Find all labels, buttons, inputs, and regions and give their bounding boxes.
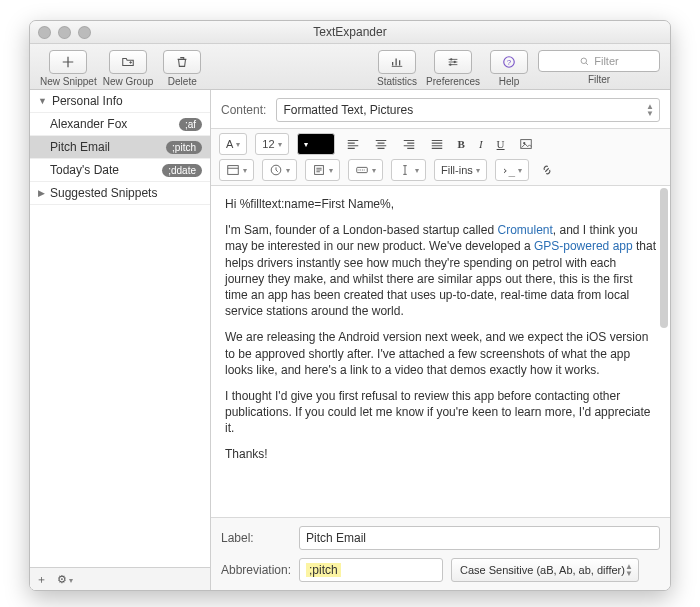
actions-menu[interactable]: ⚙ ▾ <box>57 573 73 586</box>
snippet-row-pitch-email[interactable]: Pitch Email ;pitch <box>30 136 210 159</box>
scrollbar[interactable] <box>660 188 668 328</box>
snippet-menu[interactable]: ▾ <box>305 159 340 181</box>
group-personal-info[interactable]: ▼ Personal Info <box>30 90 210 113</box>
font-size-select[interactable]: 12▾ <box>255 133 288 155</box>
snippet-label: Today's Date <box>50 163 119 177</box>
bottom-fields: Label: Pitch Email Abbreviation: ;pitch … <box>211 517 670 590</box>
link-cromulent[interactable]: Cromulent <box>497 223 552 237</box>
delete-button[interactable]: Delete <box>159 50 205 87</box>
body-text: , <box>391 197 394 211</box>
folder-plus-icon <box>121 55 135 69</box>
help-button[interactable]: ? Help <box>486 50 532 87</box>
trash-icon <box>175 55 189 69</box>
svg-rect-8 <box>228 166 239 175</box>
cursor-icon <box>398 163 412 177</box>
bold-button[interactable]: B <box>455 134 468 154</box>
preferences-label: Preferences <box>426 76 480 87</box>
clock-icon <box>269 163 283 177</box>
add-button[interactable]: ＋ <box>36 572 47 587</box>
plus-icon <box>61 55 75 69</box>
content-type-label: Content: <box>221 103 266 117</box>
group-label: Personal Info <box>52 94 123 108</box>
body-text: Hi <box>225 197 240 211</box>
filter-placeholder: Filter <box>594 55 618 67</box>
editor-scroll[interactable]: Hi %filltext:name=First Name%, I'm Sam, … <box>211 186 670 517</box>
label-field[interactable]: Pitch Email <box>299 526 660 550</box>
align-right-button[interactable] <box>399 134 419 154</box>
statistics-label: Statistics <box>377 76 417 87</box>
chart-icon <box>390 55 404 69</box>
titlebar: TextExpander <box>30 21 670 44</box>
snippet-editor[interactable]: Hi %filltext:name=First Name%, I'm Sam, … <box>211 186 670 483</box>
underline-button[interactable]: U <box>494 134 508 154</box>
link-gps-app[interactable]: GPS-powered app <box>534 239 633 253</box>
disclosure-triangle-icon: ▶ <box>38 188 45 198</box>
snippet-label: Alexander Fox <box>50 117 127 131</box>
preferences-button[interactable]: Preferences <box>426 50 480 87</box>
sliders-icon <box>446 55 460 69</box>
search-icon <box>579 56 590 67</box>
abbr-pill: ;pitch <box>166 141 202 154</box>
script-menu[interactable]: ›_▾ <box>495 159 529 181</box>
delete-label: Delete <box>168 76 197 87</box>
abbreviation-field-label: Abbreviation: <box>221 563 291 577</box>
filter-search[interactable]: Filter Filter <box>538 50 660 87</box>
insert-image-button[interactable] <box>516 134 536 154</box>
link-button[interactable] <box>537 160 557 180</box>
content-type-value: Formatted Text, Pictures <box>283 103 413 117</box>
window-title: TextExpander <box>30 25 670 39</box>
snippet-row-alexander-fox[interactable]: Alexander Fox ;af <box>30 113 210 136</box>
align-justify-icon <box>430 137 444 151</box>
svg-text:?: ? <box>507 58 512 67</box>
align-center-button[interactable] <box>371 134 391 154</box>
align-center-icon <box>374 137 388 151</box>
app-window: TextExpander New Snippet New Group Delet… <box>29 20 671 591</box>
snippet-list: ▼ Personal Info Alexander Fox ;af Pitch … <box>30 90 210 567</box>
snippet-icon <box>312 163 326 177</box>
help-icon: ? <box>502 55 516 69</box>
abbr-pill: ;ddate <box>162 164 202 177</box>
time-menu[interactable]: ▾ <box>262 159 297 181</box>
align-justify-button[interactable] <box>427 134 447 154</box>
snippet-label: Pitch Email <box>50 140 110 154</box>
case-sensitivity-select[interactable]: Case Sensitive (aB, Ab, ab, differ) ▲▼ <box>451 558 639 582</box>
body-text: I'm Sam, founder of a London-based start… <box>225 223 497 237</box>
keyboard-icon <box>355 163 369 177</box>
font-family-button[interactable]: A▾ <box>219 133 247 155</box>
align-right-icon <box>402 137 416 151</box>
format-toolbars: A▾ 12▾ ▾ B I U ▾ ▾ ▾ ▾ ▾ <box>211 128 670 186</box>
sidebar: ▼ Personal Info Alexander Fox ;af Pitch … <box>30 90 211 590</box>
toolbar-group-left: New Snippet New Group Delete <box>40 50 205 87</box>
new-snippet-button[interactable]: New Snippet <box>40 50 97 87</box>
main-toolbar: New Snippet New Group Delete Statistics … <box>30 44 670 90</box>
stepper-icon: ▲▼ <box>643 101 657 119</box>
body-text: We are releasing the Android version nex… <box>225 329 656 378</box>
body-text: I thought I'd give you first refusal to … <box>225 388 656 437</box>
content-type-select[interactable]: Formatted Text, Pictures ▲▼ <box>276 98 660 122</box>
label-field-value: Pitch Email <box>306 531 366 545</box>
svg-point-1 <box>454 61 456 63</box>
fill-placeholder: %filltext:name=First Name% <box>240 197 391 211</box>
key-menu[interactable]: ▾ <box>348 159 383 181</box>
fillins-menu[interactable]: Fill-ins▾ <box>434 159 487 181</box>
align-left-button[interactable] <box>343 134 363 154</box>
stepper-icon: ▲▼ <box>622 561 636 579</box>
statistics-button[interactable]: Statistics <box>374 50 420 87</box>
help-label: Help <box>499 76 520 87</box>
abbr-pill: ;af <box>179 118 202 131</box>
text-color-button[interactable]: ▾ <box>297 133 335 155</box>
snippet-row-todays-date[interactable]: Today's Date ;ddate <box>30 159 210 182</box>
abbreviation-field-value: ;pitch <box>306 563 341 577</box>
new-group-button[interactable]: New Group <box>103 50 154 87</box>
case-sensitivity-value: Case Sensitive (aB, Ab, ab, differ) <box>460 564 625 576</box>
abbreviation-field[interactable]: ;pitch <box>299 558 443 582</box>
svg-point-5 <box>581 58 587 64</box>
svg-point-0 <box>450 58 452 60</box>
cursor-menu[interactable]: ▾ <box>391 159 426 181</box>
new-group-label: New Group <box>103 76 154 87</box>
group-suggested-snippets[interactable]: ▶ Suggested Snippets <box>30 182 210 205</box>
align-left-icon <box>346 137 360 151</box>
italic-button[interactable]: I <box>476 134 486 154</box>
date-menu[interactable]: ▾ <box>219 159 254 181</box>
link-icon <box>540 163 554 177</box>
